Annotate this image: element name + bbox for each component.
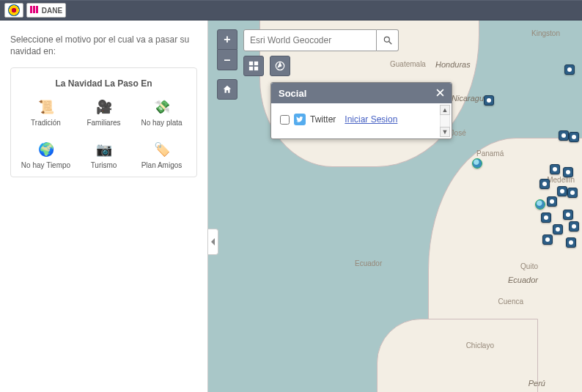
map-marker[interactable]: [547, 196, 557, 207]
reason-card: La Navidad La Paso En 📜 Tradición 🎥 Fami…: [10, 67, 197, 177]
social-title: Social: [279, 88, 306, 99]
label-kingston: Kingston: [531, 29, 560, 37]
grid-icon: [248, 61, 259, 71]
label-peru: Perú: [528, 379, 545, 388]
basemap-button[interactable]: [243, 56, 264, 76]
svg-point-0: [384, 37, 389, 42]
map-marker[interactable]: [567, 188, 578, 198]
label-nicaragua: Nicaragua: [452, 94, 488, 103]
map-marker[interactable]: [550, 164, 560, 174]
compass-icon: [275, 61, 285, 71]
twitter-checkbox[interactable]: [280, 115, 290, 125]
scroll-icon: 📜: [38, 99, 54, 115]
scroll-up-icon[interactable]: ▲: [440, 105, 450, 115]
home-button[interactable]: [217, 79, 237, 100]
map-marker[interactable]: [539, 179, 550, 189]
label-cuenca: Cuenca: [498, 297, 523, 306]
map-marker[interactable]: [566, 237, 576, 248]
svg-rect-4: [249, 67, 253, 70]
collapse-sidebar-button[interactable]: [208, 229, 218, 255]
money-fly-icon: 💸: [154, 99, 170, 115]
map-marker[interactable]: [557, 186, 567, 196]
svg-rect-2: [249, 62, 253, 65]
gov-logo: [4, 3, 23, 18]
sidebar-prompt: Seleccione el motivo por el cual va a pa…: [10, 34, 197, 57]
close-button[interactable]: [436, 87, 444, 99]
label-ecuador: Ecuador: [508, 275, 538, 284]
social-tool-button[interactable]: [270, 56, 290, 76]
home-icon: [222, 84, 232, 95]
label-ecuador-island: Ecuador: [355, 259, 382, 267]
label-guatemala: Guatemala: [390, 60, 426, 68]
option-familiares[interactable]: 🎥 Familiares: [76, 99, 131, 127]
label-honduras: Honduras: [435, 60, 471, 69]
svg-line-1: [388, 42, 391, 45]
option-nohaytiempo[interactable]: 🌍 No hay Tiempo: [18, 141, 73, 169]
option-turismo[interactable]: 📷 Turismo: [76, 141, 131, 169]
map-marker[interactable]: [569, 132, 579, 142]
label-chiclayo: Chiclayo: [466, 341, 494, 350]
tag-icon: 🏷️: [154, 141, 170, 158]
twitter-label: Twitter: [310, 114, 336, 125]
map[interactable]: Kingston Honduras Guatemala Nicaragua Sa…: [208, 21, 582, 392]
panel-scrollbar[interactable]: ▲ ▼: [440, 105, 450, 137]
dane-logo-text: DANE: [42, 7, 62, 15]
svg-rect-3: [254, 62, 258, 65]
map-marker[interactable]: [553, 224, 563, 234]
map-marker[interactable]: [542, 234, 553, 245]
map-marker[interactable]: [541, 212, 551, 223]
search-icon: [383, 35, 393, 45]
map-marker[interactable]: [535, 199, 545, 210]
close-icon: [436, 89, 444, 97]
geocoder-search: [243, 29, 399, 51]
globe-icon: 🌍: [38, 141, 54, 158]
map-marker[interactable]: [564, 64, 575, 75]
sidebar: Seleccione el motivo por el cual va a pa…: [0, 21, 208, 392]
search-button[interactable]: [377, 29, 399, 51]
map-marker[interactable]: [569, 221, 579, 232]
map-marker[interactable]: [559, 130, 569, 141]
social-panel: Social Twitter Iniciar Sesion ▲ ▼: [270, 82, 452, 139]
dane-logo: DANE: [26, 3, 66, 18]
option-nohayplata[interactable]: 💸 No hay plata: [134, 99, 189, 127]
twitter-login-link[interactable]: Iniciar Sesion: [345, 114, 397, 125]
reason-card-title: La Navidad La Paso En: [18, 78, 189, 89]
top-bar: DANE: [0, 0, 582, 21]
label-quito: Quito: [520, 262, 538, 270]
map-marker[interactable]: [472, 158, 482, 169]
colombia-shield-icon: [8, 4, 20, 16]
twitter-icon: [294, 114, 306, 125]
option-planamigos[interactable]: 🏷️ Plan Amigos: [134, 141, 189, 169]
map-marker[interactable]: [563, 167, 573, 177]
camera-icon: 📷: [96, 141, 112, 158]
chevron-left-icon: [210, 238, 216, 245]
search-input[interactable]: [243, 29, 377, 51]
camera-roll-icon: 🎥: [96, 99, 112, 115]
zoom-in-button[interactable]: +: [217, 29, 237, 50]
map-marker[interactable]: [484, 95, 494, 106]
svg-rect-5: [254, 67, 258, 70]
option-tradicion[interactable]: 📜 Tradición: [18, 99, 73, 127]
map-background: [208, 21, 582, 392]
zoom-out-button[interactable]: –: [217, 50, 237, 70]
label-panama: Panamá: [476, 149, 504, 158]
map-marker[interactable]: [563, 210, 573, 220]
scroll-down-icon[interactable]: ▼: [440, 127, 450, 137]
